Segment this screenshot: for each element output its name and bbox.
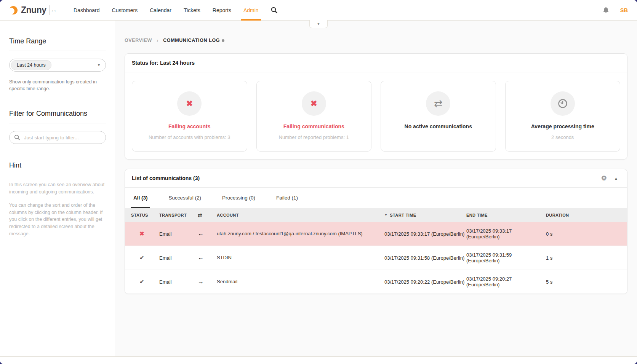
breadcrumb: OVERVIEW › COMMUNICATION LOG (125, 37, 627, 43)
account-cell: STDIN (217, 254, 384, 261)
chevron-down-icon: ▼ (97, 63, 101, 67)
hint-title: Hint (9, 161, 106, 169)
communications-filter-tabs: All (3)Successful (2)Processing (0)Faile… (125, 188, 627, 208)
start-time-cell: 03/17/2025 09:31:58 (Europe/Berlin) (384, 255, 466, 261)
status-card-failing-communications[interactable]: ✖Failing communicationsNumber of reporte… (256, 81, 372, 152)
tab-processing-0[interactable]: Processing (0) (220, 188, 258, 208)
status-success-icon: ✔ (139, 254, 144, 261)
status-cards: ✖Failing accountsNumber of accounts with… (125, 72, 627, 159)
incoming-arrow-icon: ← (198, 230, 204, 237)
notifications-button[interactable] (602, 6, 610, 14)
column-header-status[interactable]: STATUS (131, 213, 159, 217)
footer-bar (0, 356, 637, 364)
table-header-row: STATUSTRANSPORT⇄ACCOUNT▼START TIMEEND TI… (125, 208, 627, 222)
status-card-icon-circle: ✖ (177, 91, 202, 116)
nav-item-calendar[interactable]: Calendar (144, 0, 178, 20)
nav-item-label: Dashboard (74, 7, 100, 13)
account-cell: utah.znuny.com / testaccount1@qa.interna… (217, 230, 384, 237)
nav-item-tickets[interactable]: Tickets (178, 0, 206, 20)
column-header-end-time[interactable]: END TIME (466, 213, 546, 217)
status-card-title: No active communications (405, 123, 472, 129)
status-panel: Status for: Last 24 hours ✖Failing accou… (125, 53, 627, 160)
nav-item-reports[interactable]: Reports (206, 0, 237, 20)
hint-section: Hint In this screen you can see an overv… (9, 161, 106, 237)
hint-paragraph: You can change the sort and order of the… (9, 202, 106, 238)
communications-list-panel: List of communications (3) ⚙ ▲ All (3)Su… (125, 169, 627, 294)
breadcrumb-overview-link[interactable]: OVERVIEW (125, 38, 152, 43)
column-header-label: DURATION (546, 213, 569, 217)
status-panel-title: Status for: Last 24 hours (132, 60, 195, 66)
direction-cell: → (198, 278, 217, 285)
divider (9, 175, 106, 175)
table-body: ✖Email←utah.znuny.com / testaccount1@qa.… (125, 222, 627, 294)
content-area: OVERVIEW › COMMUNICATION LOG Status for:… (115, 21, 637, 356)
communication-row[interactable]: ✖Email←utah.znuny.com / testaccount1@qa.… (125, 222, 627, 246)
nav-item-admin[interactable]: Admin (237, 0, 265, 20)
status-card-no-active-communications[interactable]: ⇄No active communications (381, 81, 496, 152)
end-time-cell: 03/17/2025 09:20:27 (Europe/Berlin) (466, 276, 546, 287)
duration-cell: 1 s (546, 255, 627, 261)
status-card-title: Failing accounts (168, 123, 210, 129)
communication-row[interactable]: ✔Email→Sendmail03/17/2025 09:20:22 (Euro… (125, 270, 627, 294)
column-header-account[interactable]: ACCOUNT (217, 213, 384, 217)
duration-cell: 5 s (546, 279, 627, 285)
main-menu: DashboardCustomersCalendarTicketsReports… (67, 0, 265, 20)
filter-section: Filter for Communications (9, 110, 106, 144)
status-cell: ✔ (131, 278, 159, 285)
column-header-label: TRANSPORT (159, 213, 187, 217)
status-failed-icon: ✖ (139, 230, 144, 237)
collapse-panel-button[interactable]: ▲ (614, 176, 618, 180)
nav-item-label: Calendar (150, 7, 171, 13)
nav-item-dashboard[interactable]: Dashboard (67, 0, 106, 20)
column-header-transport[interactable]: TRANSPORT (159, 213, 198, 217)
app-window: Znuny 7.1 DashboardCustomersCalendarTick… (0, 0, 637, 364)
sort-desc-icon: ▼ (384, 213, 387, 217)
bell-icon (602, 6, 610, 14)
duration-cell: 0 s (546, 231, 627, 237)
nav-item-customers[interactable]: Customers (106, 0, 144, 20)
tab-failed-1[interactable]: Failed (1) (274, 188, 300, 208)
communication-row[interactable]: ✔Email←STDIN03/17/2025 09:31:58 (Europe/… (125, 246, 627, 270)
znuny-logo[interactable]: Znuny 7.1 (8, 5, 56, 15)
transport-cell: Email (159, 255, 198, 261)
filter-communications-input[interactable] (9, 131, 106, 144)
status-card-title: Failing communications (283, 123, 344, 129)
transport-cell: Email (159, 231, 198, 237)
sidebar: Time Range Last 24 hours ▼ Show only com… (0, 21, 115, 356)
status-card-subtitle: Number of reported problems: 1 (279, 134, 349, 140)
status-card-average-processing-time[interactable]: Average processing time2 seconds (505, 81, 621, 152)
status-card-subtitle: Number of accounts with problems: 3 (149, 134, 230, 140)
gear-icon[interactable]: ⚙ (601, 175, 607, 182)
nav-item-label: Customers (112, 7, 138, 13)
tab-successful-2[interactable]: Successful (2) (166, 188, 204, 208)
column-header-label: STATUS (131, 213, 148, 217)
search-button[interactable] (271, 7, 277, 13)
brand-name: Znuny (21, 5, 46, 15)
status-cell: ✖ (131, 230, 159, 237)
column-header-label: ACCOUNT (217, 213, 239, 217)
column-header-start-time[interactable]: ▼START TIME (384, 213, 466, 217)
time-range-title: Time Range (9, 37, 106, 45)
status-card-failing-accounts[interactable]: ✖Failing accountsNumber of accounts with… (132, 81, 247, 152)
start-time-cell: 03/17/2025 09:20:22 (Europe/Berlin) (384, 279, 466, 285)
navbar-drawer-toggle[interactable]: ▼ (309, 20, 328, 28)
status-card-subtitle: 2 seconds (551, 134, 574, 140)
breadcrumb-current: COMMUNICATION LOG (163, 38, 224, 43)
filter-input-wrapper (9, 131, 106, 144)
time-range-selected-value: Last 24 hours (11, 60, 51, 70)
status-card-title: Average processing time (531, 123, 594, 129)
time-range-select[interactable]: Last 24 hours ▼ (9, 59, 106, 72)
chevron-right-icon: › (157, 37, 158, 43)
nav-item-label: Admin (243, 7, 259, 13)
account-cell: Sendmail (217, 278, 384, 285)
end-time-cell: 03/17/2025 09:31:59 (Europe/Berlin) (466, 252, 546, 263)
tab-all-3[interactable]: All (3) (131, 188, 150, 208)
column-header-direction[interactable]: ⇄ (198, 212, 217, 218)
direction-cell: ← (198, 230, 217, 237)
column-header-duration[interactable]: DURATION (546, 213, 627, 217)
breadcrumb-dot-icon (222, 39, 224, 42)
error-x-icon: ✖ (186, 99, 193, 108)
clock-icon (557, 98, 568, 109)
user-avatar[interactable]: SB (620, 7, 628, 13)
list-panel-title: List of communications (3) (132, 175, 200, 181)
